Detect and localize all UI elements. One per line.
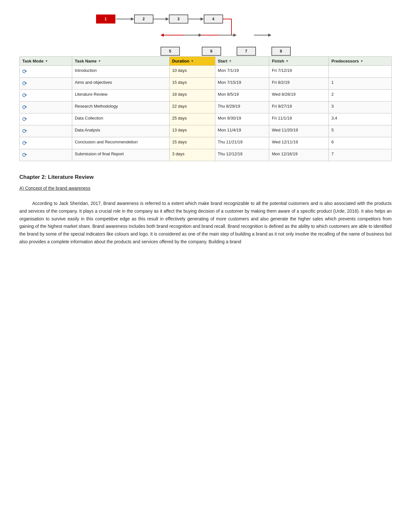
gantt-box-5: 5 (161, 47, 180, 56)
chapter-title: Chapter 2: Literature Review (19, 174, 392, 180)
svg-marker-8 (199, 34, 202, 37)
task-finish-cell: Mon 12/16/19 (269, 149, 329, 161)
task-duration-cell: 25 days (170, 113, 215, 125)
task-mode-cell: ⟳ (20, 78, 72, 90)
task-duration-cell: 22 days (170, 102, 215, 113)
th-finish[interactable]: Finish ▼ (269, 57, 329, 66)
task-predecessors-cell: 2 (329, 90, 392, 102)
task-predecessors-cell: 6 (329, 137, 392, 149)
task-mode-icon: ⟳ (22, 92, 27, 99)
task-name-cell: Data Analysis (72, 125, 169, 137)
task-predecessors-cell: 5 (329, 125, 392, 137)
task-start-cell: Mon 7/15/19 (215, 78, 269, 90)
task-name-cell: Submission of final Report (72, 149, 169, 161)
finish-dropdown-icon: ▼ (286, 59, 289, 63)
task-mode-cell: ⟳ (20, 137, 72, 149)
task-mode-cell: ⟳ (20, 102, 72, 113)
svg-marker-3 (166, 17, 169, 21)
gantt-box-8: 8 (271, 47, 291, 56)
task-duration-cell: 10 days (170, 66, 215, 78)
th-predecessors[interactable]: Predecessors ▼ (329, 57, 392, 66)
table-row: ⟳Conclusion and Recommendetion15 daysThu… (20, 137, 392, 149)
task-predecessors-cell: 3 (329, 102, 392, 113)
task-name-dropdown-icon: ▼ (98, 59, 101, 63)
gantt-diagram: 1 2 3 4 5 6 7 8 (96, 10, 315, 47)
task-mode-cell: ⟳ (20, 90, 72, 102)
chapter-section: Chapter 2: Literature Review A) Concept … (19, 174, 392, 246)
svg-marker-12 (268, 34, 271, 37)
table-row: ⟳Aims and objectives15 daysMon 7/15/19Fr… (20, 78, 392, 90)
task-name-cell: Literature Review (72, 90, 169, 102)
task-predecessors-cell: 7 (329, 149, 392, 161)
gantt-box-7: 7 (237, 47, 256, 56)
task-finish-cell: Fri 11/1/19 (269, 113, 329, 125)
task-duration-cell: 13 days (170, 125, 215, 137)
task-predecessors-cell: 3,4 (329, 113, 392, 125)
gantt-box-1: 1 (96, 15, 115, 24)
task-start-cell: Mon 9/30/19 (215, 113, 269, 125)
task-mode-icon: ⟳ (22, 116, 27, 122)
subheading: A) Concept of the brand awareness (19, 186, 392, 191)
table-row: ⟳Data Collection25 daysMon 9/30/19Fri 11… (20, 113, 392, 125)
table-row: ⟳Research Methodology22 daysThu 8/29/19F… (20, 102, 392, 113)
th-start[interactable]: Start ▼ (215, 57, 269, 66)
task-table: Task Mode ▼ Task Name ▼ Duration ▼ Start (19, 56, 392, 161)
task-name-cell: Data Collection (72, 113, 169, 125)
duration-dropdown-icon: ▼ (191, 59, 194, 63)
task-mode-cell: ⟳ (20, 66, 72, 78)
chapter-paragraph: According to Jack Sheridan, 2017, Brand … (19, 200, 392, 246)
task-finish-cell: Wed 11/20/19 (269, 125, 329, 137)
task-predecessors-cell: 1 (329, 78, 392, 90)
th-task-mode[interactable]: Task Mode ▼ (20, 57, 72, 66)
task-duration-cell: 15 days (170, 78, 215, 90)
svg-marker-5 (201, 17, 204, 21)
pred-dropdown-icon: ▼ (360, 59, 363, 63)
gantt-box-2: 2 (134, 15, 153, 24)
th-duration[interactable]: Duration ▼ (170, 57, 215, 66)
task-mode-cell: ⟳ (20, 113, 72, 125)
table-row: ⟳Submission of final Report3 daysThu 12/… (20, 149, 392, 161)
table-row: ⟳Literature Review18 daysMon 8/5/19Wed 8… (20, 90, 392, 102)
task-start-cell: Thu 11/21/19 (215, 137, 269, 149)
task-start-cell: Mon 8/5/19 (215, 90, 269, 102)
task-duration-cell: 15 days (170, 137, 215, 149)
task-finish-cell: Fri 7/12/19 (269, 66, 329, 78)
task-mode-icon: ⟳ (22, 104, 27, 111)
task-mode-icon: ⟳ (22, 68, 27, 75)
task-mode-icon: ⟳ (22, 152, 27, 158)
task-name-cell: Aims and objectives (72, 78, 169, 90)
task-predecessors-cell (329, 66, 392, 78)
svg-marker-1 (131, 17, 134, 21)
gantt-box-6: 6 (202, 47, 221, 56)
task-mode-icon: ⟳ (22, 140, 27, 146)
gantt-box-3: 3 (169, 15, 188, 24)
task-start-cell: Mon 7/1/19 (215, 66, 269, 78)
task-mode-cell: ⟳ (20, 125, 72, 137)
gantt-box-4: 4 (204, 15, 223, 24)
task-mode-cell: ⟳ (20, 149, 72, 161)
start-dropdown-icon: ▼ (229, 59, 232, 63)
task-finish-cell: Fri 8/2/19 (269, 78, 329, 90)
task-finish-cell: Wed 8/28/19 (269, 90, 329, 102)
task-mode-dropdown-icon: ▼ (45, 59, 48, 63)
task-name-cell: Conclusion and Recommendetion (72, 137, 169, 149)
task-start-cell: Thu 8/29/19 (215, 102, 269, 113)
svg-marker-10 (233, 34, 237, 37)
th-task-name[interactable]: Task Name ▼ (72, 57, 169, 66)
svg-marker-6 (161, 34, 164, 37)
table-row: ⟳Introduction10 daysMon 7/1/19Fri 7/12/1… (20, 66, 392, 78)
task-name-cell: Research Methodology (72, 102, 169, 113)
task-mode-icon: ⟳ (22, 128, 27, 134)
task-mode-icon: ⟳ (22, 80, 27, 87)
task-duration-cell: 3 days (170, 149, 215, 161)
task-duration-cell: 18 days (170, 90, 215, 102)
table-row: ⟳Data Analysis13 daysMon 11/4/19Wed 11/2… (20, 125, 392, 137)
task-finish-cell: Fri 9/27/19 (269, 102, 329, 113)
task-start-cell: Thu 12/12/19 (215, 149, 269, 161)
task-start-cell: Mon 11/4/19 (215, 125, 269, 137)
task-finish-cell: Wed 12/11/19 (269, 137, 329, 149)
task-name-cell: Introduction (72, 66, 169, 78)
